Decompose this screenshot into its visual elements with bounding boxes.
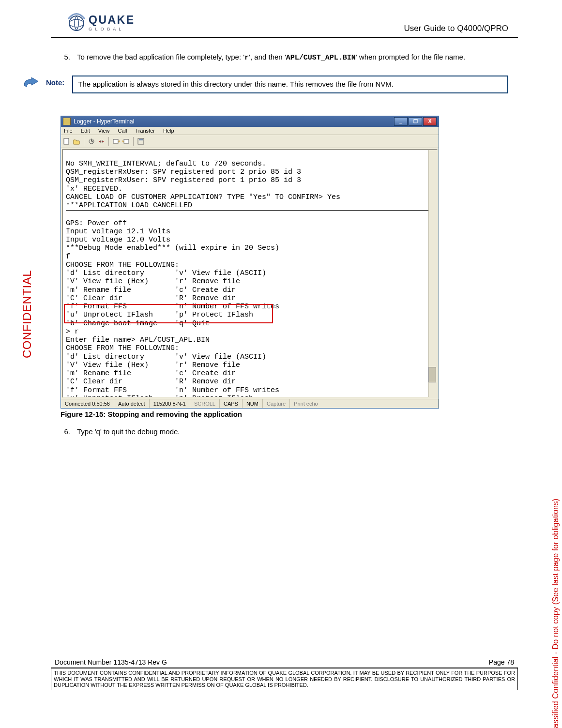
menu-transfer[interactable]: Transfer bbox=[135, 128, 155, 134]
toolbar[interactable] bbox=[61, 135, 439, 148]
receive-icon[interactable] bbox=[122, 137, 130, 145]
text: ', and then ' bbox=[249, 53, 286, 61]
text: To remove the bad application file compl… bbox=[77, 53, 244, 61]
close-button[interactable]: X bbox=[423, 117, 437, 126]
minimize-button[interactable]: _ bbox=[394, 117, 408, 126]
status-caps: CAPS bbox=[220, 399, 243, 408]
globe-icon bbox=[67, 12, 86, 33]
doc-number: Document Number 1135-4713 Rev G bbox=[55, 658, 167, 666]
note-box: The application is always stored in this… bbox=[72, 76, 508, 93]
confidential-side-label: CONFIDENTIAL bbox=[20, 270, 34, 358]
svg-point-0 bbox=[69, 16, 84, 30]
code-path: APL/CUST_APL.BIN bbox=[286, 54, 356, 62]
menu-help[interactable]: Help bbox=[163, 128, 174, 134]
status-capture: Capture bbox=[263, 399, 290, 408]
note-label: Note: bbox=[46, 76, 64, 87]
disconnect-icon[interactable] bbox=[97, 137, 105, 145]
svg-rect-4 bbox=[124, 139, 129, 143]
window-titlebar[interactable]: Logger - HyperTerminal _ ❐ X bbox=[61, 116, 439, 127]
status-num: NUM bbox=[243, 399, 263, 408]
footer-rule bbox=[51, 667, 518, 667]
note-arrow-icon bbox=[22, 76, 41, 90]
step-number: 5. bbox=[61, 52, 70, 63]
step-text: Type 'q' to quit the debug mode. bbox=[77, 427, 508, 437]
step-6: 6. Type 'q' to quit the debug mode. bbox=[61, 427, 508, 437]
status-baud: 115200 8-N-1 bbox=[150, 399, 190, 408]
terminal-output[interactable]: No SMH_WRITE_INTERVAL; default to 720 se… bbox=[62, 149, 438, 398]
status-connected: Connected 0:50:56 bbox=[61, 399, 114, 408]
svg-rect-5 bbox=[138, 138, 144, 144]
confidential-side-right: Information classified Confidential - Do… bbox=[551, 499, 560, 728]
send-icon[interactable] bbox=[112, 137, 120, 145]
svg-rect-3 bbox=[113, 139, 118, 143]
svg-rect-1 bbox=[64, 138, 69, 144]
open-icon[interactable] bbox=[73, 137, 80, 145]
terminal-text: No SMH_WRITE_INTERVAL; default to 720 se… bbox=[66, 160, 434, 211]
status-echo: Print echo bbox=[290, 399, 439, 408]
new-icon[interactable] bbox=[63, 137, 71, 145]
menubar[interactable]: File Edit View Call Transfer Help bbox=[61, 127, 439, 135]
separator bbox=[133, 137, 134, 146]
svg-rect-6 bbox=[139, 139, 143, 140]
scrollbar[interactable] bbox=[428, 150, 437, 397]
brand-logo: QUAKE G L O B A L bbox=[67, 12, 135, 33]
legal-notice: THIS DOCUMENT CONTAINS CONFIDENTIAL AND … bbox=[51, 668, 518, 690]
text: ' when prompted for the file name. bbox=[356, 53, 465, 61]
highlight-annotation bbox=[64, 304, 273, 323]
brand-sub: G L O B A L bbox=[89, 27, 135, 31]
note-row: Note: The application is always stored i… bbox=[22, 76, 508, 93]
properties-icon[interactable] bbox=[137, 137, 145, 145]
code-r: r bbox=[244, 54, 249, 62]
step-number: 6. bbox=[61, 427, 70, 437]
page-footer: Document Number 1135-4713 Rev G Page 78 … bbox=[51, 658, 518, 690]
page-header: QUAKE G L O B A L User Guide to Q4000/QP… bbox=[51, 10, 518, 35]
terminal-text: > r Enter file name> APL/CUST_APL.BIN bbox=[66, 328, 434, 345]
figure-caption: Figure 12-15: Stopping and removing the … bbox=[61, 410, 508, 418]
app-icon bbox=[63, 118, 71, 125]
menu-edit[interactable]: Edit bbox=[81, 128, 90, 134]
status-detect: Auto detect bbox=[114, 399, 150, 408]
menu-view[interactable]: View bbox=[98, 128, 110, 134]
brand-name: QUAKE bbox=[89, 14, 135, 27]
menu-call[interactable]: Call bbox=[118, 128, 127, 134]
maximize-button[interactable]: ❐ bbox=[409, 117, 422, 126]
page-number: Page 78 bbox=[489, 658, 514, 666]
separator bbox=[108, 137, 109, 146]
status-scroll: SCROLL bbox=[190, 399, 220, 408]
connect-icon[interactable] bbox=[88, 137, 95, 145]
terminal-text: CHOOSE FROM THE FOLLOWING: 'd' List dire… bbox=[66, 344, 434, 397]
scroll-thumb[interactable] bbox=[428, 367, 436, 382]
hyperterminal-window: Logger - HyperTerminal _ ❐ X File Edit V… bbox=[61, 116, 439, 409]
step-5: 5. To remove the bad application file co… bbox=[61, 52, 508, 63]
separator bbox=[84, 137, 84, 146]
statusbar: Connected 0:50:56 Auto detect 115200 8-N… bbox=[61, 399, 439, 408]
step-text: To remove the bad application file compl… bbox=[77, 52, 508, 63]
menu-file[interactable]: File bbox=[64, 128, 73, 134]
doc-title: User Guide to Q4000/QPRO bbox=[404, 11, 518, 33]
window-title: Logger - HyperTerminal bbox=[74, 118, 394, 125]
